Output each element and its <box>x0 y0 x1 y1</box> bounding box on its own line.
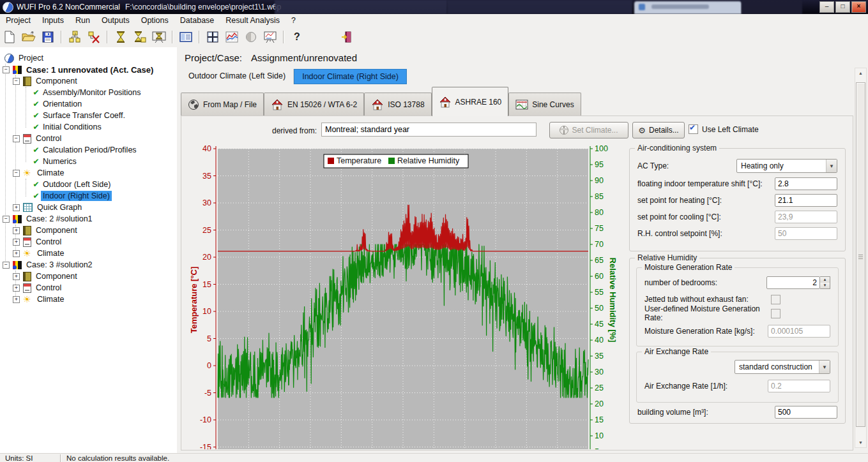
scroll-up-icon[interactable]: ▲ <box>855 68 866 78</box>
tree-item-indoor-right-side[interactable]: ✔Indoor (Right Side) <box>0 190 177 202</box>
tree-item-initial-conditions[interactable]: ✔Initial Conditions <box>0 121 177 133</box>
restore-button[interactable]: □ <box>835 1 850 13</box>
tree-item-surface-transfer-coeff[interactable]: ✔Surface Transfer Coeff. <box>0 110 177 121</box>
open-project-icon[interactable] <box>20 29 37 45</box>
menu-database[interactable]: Database <box>174 15 220 26</box>
tab-indoor-climate[interactable]: Indoor Climate (Right Side) <box>294 69 407 84</box>
tab-en-15026[interactable]: EN 15026 / WTA 6-2 <box>264 93 364 116</box>
gears-icon: ⚙ <box>638 126 646 135</box>
tab-ashrae-160[interactable]: ASHRAE 160 <box>432 87 509 116</box>
expand-icon[interactable]: + <box>13 250 20 257</box>
tree-item-case-2-solution1[interactable]: −Case: 2 #solution1 <box>0 213 177 225</box>
minimize-button[interactable]: – <box>819 1 834 13</box>
tree-item-outdoor-left-side[interactable]: ✔Outdoor (Left Side) <box>0 179 177 190</box>
tree-item-climate[interactable]: +☀Climate <box>0 294 177 305</box>
tab-sine-curves[interactable]: Sine Curves <box>508 93 581 116</box>
tree-item-control[interactable]: +Control <box>0 282 177 294</box>
collapse-icon[interactable]: − <box>13 135 20 142</box>
building-volume-input[interactable] <box>775 406 837 419</box>
tree-item-assembly-monitor-positions[interactable]: ✔Assembly/Monitor Positions <box>0 87 177 98</box>
input-dialog-icon[interactable] <box>178 29 194 45</box>
status-circle-icon[interactable] <box>243 29 259 45</box>
air-exchange-rate-label: Air Exchange Rate [1/h]: <box>644 382 768 391</box>
menu-project[interactable]: Project <box>0 15 36 26</box>
tree-item-quick-graph[interactable]: +Quick Graph <box>0 202 177 213</box>
tree-item-case-3-solution2[interactable]: −Case: 3 #solution2 <box>0 259 177 271</box>
svg-text:3: 3 <box>74 32 76 36</box>
tree-item-project[interactable]: Project <box>0 52 177 64</box>
help-icon[interactable]: ? <box>289 29 305 45</box>
collapse-icon[interactable]: − <box>3 216 10 223</box>
stepper-up-icon[interactable]: ▲ <box>820 277 830 283</box>
svg-text:90: 90 <box>595 176 604 185</box>
tree-item-component[interactable]: +Component <box>0 225 177 236</box>
menu-result-analysis[interactable]: Result Analysis <box>220 15 286 26</box>
quick-graphs-icon[interactable] <box>204 29 221 45</box>
tree-item-case-1-unrenovated-act-case[interactable]: −Case: 1 unrenovated (Act. Case) <box>0 64 177 75</box>
bedrooms-input[interactable] <box>766 276 820 289</box>
save-project-icon[interactable] <box>40 29 56 45</box>
derived-from-input[interactable] <box>321 123 537 137</box>
tree-item-component[interactable]: +Component <box>0 271 177 282</box>
tree-item-label: Project <box>17 53 45 63</box>
construction-type-dropdown[interactable]: standard construction ▼ <box>735 360 830 374</box>
collapse-icon[interactable]: − <box>3 66 10 73</box>
film-presentation-icon[interactable] <box>262 29 278 45</box>
window-file-path: F:\concordia\building envelope\project1\… <box>125 3 281 11</box>
scroll-down-icon[interactable]: ▼ <box>855 438 866 447</box>
tree-item-calculation-period-profiles[interactable]: ✔Calculation Period/Profiles <box>0 144 177 156</box>
scrollbar-thumb[interactable] <box>856 82 865 427</box>
collapse-icon[interactable]: − <box>3 262 10 269</box>
tree-item-component[interactable]: −Component <box>0 75 177 87</box>
floating-shift-input[interactable] <box>775 177 837 190</box>
expand-icon[interactable]: + <box>13 273 20 280</box>
tab-from-map-file[interactable]: From Map / File <box>181 93 264 116</box>
heating-setpoint-input[interactable] <box>775 194 837 207</box>
menu-help[interactable]: ? <box>286 15 301 26</box>
case-hierarchy-icon[interactable]: 3 <box>66 29 83 45</box>
expand-icon[interactable]: + <box>13 204 20 211</box>
tab-outdoor-climate[interactable]: Outdoor Climate (Left Side) <box>181 69 294 84</box>
menu-inputs[interactable]: Inputs <box>36 15 70 26</box>
tree-item-orientation[interactable]: ✔Orientation <box>0 98 177 110</box>
menu-outputs[interactable]: Outputs <box>96 15 135 26</box>
tree-item-control[interactable]: −Control <box>0 133 177 144</box>
menu-options[interactable]: Options <box>135 15 174 26</box>
new-project-icon[interactable] <box>1 29 18 45</box>
collapse-icon[interactable]: − <box>13 170 20 177</box>
tree-item-climate[interactable]: −☀Climate <box>0 167 177 179</box>
delete-case-icon[interactable] <box>86 29 102 45</box>
result-graphs-icon[interactable] <box>224 29 240 45</box>
run-calculation-icon[interactable] <box>112 29 129 45</box>
checkmark-icon: ✔ <box>31 88 41 97</box>
vertical-scrollbar[interactable]: ▲ ▼ <box>855 68 867 448</box>
expand-icon[interactable]: + <box>13 296 20 303</box>
run-with-film-icon[interactable] <box>151 29 167 45</box>
exit-icon[interactable] <box>339 29 355 45</box>
title-bar: WUFI Pro 6.2 NonCommercial F:\concordia\… <box>0 0 868 14</box>
run-all-cases-icon[interactable] <box>132 29 148 45</box>
details-button[interactable]: ⚙ Details... <box>632 122 685 138</box>
user-defined-rate-checkbox[interactable] <box>771 309 780 318</box>
close-button[interactable]: × <box>851 1 866 13</box>
collapse-icon[interactable]: − <box>13 78 20 85</box>
set-climate-button[interactable]: Set Climate... <box>549 122 628 138</box>
ac-type-dropdown[interactable]: Heating only ▼ <box>736 159 837 173</box>
svg-text:80: 80 <box>595 208 604 217</box>
jetted-tub-checkbox[interactable] <box>771 295 780 304</box>
menu-run[interactable]: Run <box>70 15 96 26</box>
tab-iso-13788[interactable]: ISO 13788 <box>364 93 431 116</box>
tree-item-control[interactable]: +Control <box>0 236 177 248</box>
tree-item-climate[interactable]: +☀Climate <box>0 248 177 259</box>
bedrooms-stepper[interactable]: ▲▼ <box>766 276 830 289</box>
expand-icon[interactable]: + <box>13 227 20 234</box>
tree-item-numerics[interactable]: ✔Numerics <box>0 156 177 167</box>
svg-text:45: 45 <box>595 320 604 329</box>
expand-icon[interactable]: + <box>13 239 20 246</box>
case-icon <box>13 66 22 74</box>
tab-label: ASHRAE 160 <box>455 98 502 107</box>
use-left-climate-checkbox[interactable] <box>689 124 698 134</box>
stepper-down-icon[interactable]: ▼ <box>820 283 830 288</box>
expand-icon[interactable]: + <box>13 285 20 292</box>
control-icon <box>23 283 31 293</box>
